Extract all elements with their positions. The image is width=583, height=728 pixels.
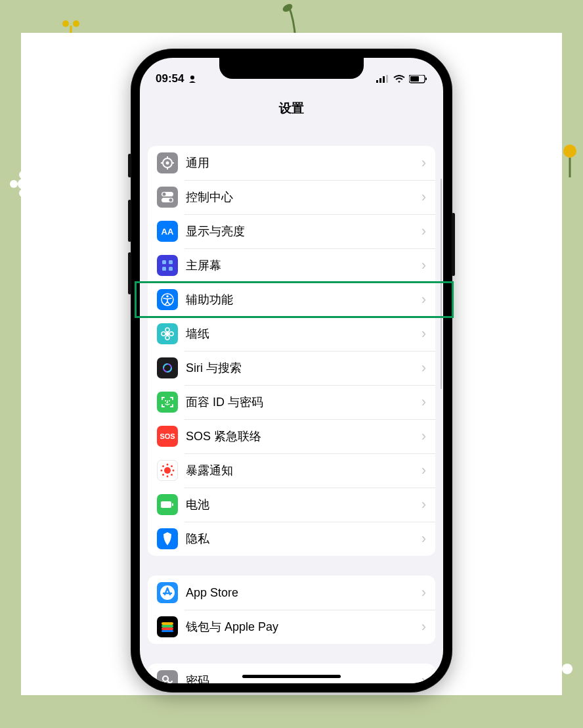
chevron-right-icon: › xyxy=(421,325,426,342)
settings-row[interactable]: 辅助功能› xyxy=(148,283,435,317)
svg-rect-18 xyxy=(376,80,378,83)
passwords-icon xyxy=(157,670,178,683)
row-label: 辅助功能 xyxy=(186,292,421,307)
svg-point-52 xyxy=(167,464,169,466)
svg-rect-36 xyxy=(169,260,173,264)
scroll-indicator xyxy=(441,179,442,389)
phone-frame: 09:54 xyxy=(131,49,452,693)
svg-rect-19 xyxy=(379,78,381,83)
row-label: 面容 ID 与密码 xyxy=(186,394,421,410)
homescreen-icon xyxy=(157,255,178,276)
settings-row[interactable]: 控制中心› xyxy=(148,180,435,214)
chevron-right-icon: › xyxy=(421,291,426,308)
svg-point-14 xyxy=(282,3,294,14)
row-label: Siri 与搜索 xyxy=(186,360,421,376)
settings-row[interactable]: SOSSOS 紧急联络› xyxy=(148,419,435,453)
row-label: SOS 紧急联络 xyxy=(186,428,421,444)
row-label: 电池 xyxy=(186,497,421,512)
exposure-icon xyxy=(157,460,178,481)
svg-point-59 xyxy=(171,474,173,476)
battery-icon xyxy=(409,75,427,83)
svg-rect-24 xyxy=(425,78,427,80)
siri-icon xyxy=(157,357,178,378)
svg-point-45 xyxy=(169,332,173,336)
chevron-right-icon: › xyxy=(421,584,426,601)
settings-row[interactable]: 钱包与 Apple Pay› xyxy=(148,610,435,644)
svg-point-15 xyxy=(62,20,69,27)
cellular-icon xyxy=(376,75,389,83)
svg-point-51 xyxy=(164,467,171,474)
svg-point-32 xyxy=(163,193,166,196)
chevron-right-icon: › xyxy=(421,618,426,635)
svg-point-57 xyxy=(171,465,173,467)
wallet-icon xyxy=(157,616,178,637)
svg-rect-61 xyxy=(172,503,173,506)
svg-point-34 xyxy=(169,198,173,202)
svg-point-55 xyxy=(173,470,175,472)
chevron-right-icon: › xyxy=(421,154,426,171)
chevron-right-icon: › xyxy=(421,428,426,445)
profile-status-icon xyxy=(188,74,197,83)
settings-row[interactable]: 密码› xyxy=(148,664,435,683)
chevron-right-icon: › xyxy=(421,189,426,206)
page-title: 设置 xyxy=(140,93,443,126)
svg-point-42 xyxy=(165,328,169,332)
settings-group: 通用›控制中心›AA显示与亮度›主屏幕›辅助功能›墙纸›Siri 与搜索›面容 … xyxy=(148,146,435,556)
svg-rect-64 xyxy=(162,625,173,627)
chevron-right-icon: › xyxy=(421,359,426,376)
settings-row[interactable]: 电池› xyxy=(148,488,435,522)
chevron-right-icon: › xyxy=(421,530,426,547)
svg-rect-21 xyxy=(386,75,388,83)
settings-row[interactable]: Siri 与搜索› xyxy=(148,351,435,385)
settings-group: App Store›钱包与 Apple Pay› xyxy=(148,576,435,644)
gear-icon xyxy=(157,152,178,173)
svg-point-41 xyxy=(165,332,169,336)
settings-row[interactable]: 主屏幕› xyxy=(148,248,435,283)
svg-point-44 xyxy=(162,332,165,336)
svg-point-12 xyxy=(562,664,572,674)
row-label: 控制中心 xyxy=(186,189,421,205)
row-label: 钱包与 Apple Pay xyxy=(186,619,421,635)
settings-row[interactable]: AA显示与亮度› xyxy=(148,214,435,248)
svg-rect-20 xyxy=(383,76,385,83)
settings-group: 密码› xyxy=(148,664,435,683)
settings-content[interactable]: 通用›控制中心›AA显示与亮度›主屏幕›辅助功能›墙纸›Siri 与搜索›面容 … xyxy=(140,126,443,683)
svg-point-16 xyxy=(73,20,79,27)
chevron-right-icon: › xyxy=(421,496,426,513)
settings-row[interactable]: 隐私› xyxy=(148,522,435,556)
settings-row[interactable]: App Store› xyxy=(148,576,435,610)
toggles-icon xyxy=(157,187,178,208)
svg-point-58 xyxy=(162,474,164,476)
chevron-right-icon: › xyxy=(421,223,426,240)
svg-point-26 xyxy=(166,162,169,165)
svg-point-50 xyxy=(169,400,170,401)
row-label: 暴露通知 xyxy=(186,463,421,478)
row-label: 主屏幕 xyxy=(186,258,421,273)
appstore-icon xyxy=(157,582,178,603)
row-label: 墙纸 xyxy=(186,326,421,342)
settings-row[interactable]: 墙纸› xyxy=(148,317,435,351)
battery-icon xyxy=(157,494,178,515)
chevron-right-icon: › xyxy=(421,394,426,411)
svg-rect-65 xyxy=(162,627,173,630)
accessibility-icon xyxy=(157,289,178,310)
svg-rect-66 xyxy=(162,630,173,632)
faceid-icon xyxy=(157,392,178,413)
row-label: 通用 xyxy=(186,155,421,171)
wallpaper-icon xyxy=(157,323,178,344)
svg-rect-35 xyxy=(162,260,166,264)
svg-point-4 xyxy=(10,180,18,188)
privacy-icon xyxy=(157,528,178,549)
chevron-right-icon: › xyxy=(421,672,426,683)
row-label: App Store xyxy=(186,586,421,600)
svg-point-54 xyxy=(161,470,163,472)
settings-row[interactable]: 通用› xyxy=(148,146,435,180)
row-label: 隐私 xyxy=(186,531,421,547)
svg-point-49 xyxy=(165,400,166,401)
display-icon: AA xyxy=(157,221,178,242)
svg-point-40 xyxy=(166,295,169,298)
wifi-icon xyxy=(393,75,405,83)
settings-row[interactable]: 暴露通知› xyxy=(148,453,435,488)
home-indicator[interactable] xyxy=(242,675,341,678)
settings-row[interactable]: 面容 ID 与密码› xyxy=(148,385,435,419)
